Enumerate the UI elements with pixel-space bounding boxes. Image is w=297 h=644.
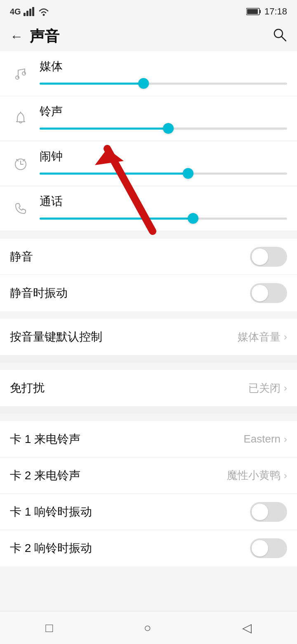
card2-vibrate-row: 卡 2 响铃时振动 (0, 530, 297, 566)
svg-rect-3 (32, 7, 34, 16)
mute-row: 静音 (0, 239, 297, 275)
call-slider-row: 通话 (0, 186, 297, 231)
media-track[interactable] (40, 78, 287, 88)
nav-triangle-button[interactable]: ◁ (242, 620, 252, 635)
ringtone-track[interactable] (40, 123, 287, 133)
ringtone-slider-content: 铃声 (40, 104, 287, 133)
media-label: 媒体 (40, 59, 287, 74)
call-label: 通话 (40, 194, 287, 209)
nav-bar: □ ○ ◁ (0, 611, 297, 644)
svg-rect-2 (29, 9, 31, 16)
volume-key-value: 媒体音量 (238, 330, 280, 344)
page-title: 声音 (30, 26, 59, 47)
volume-key-label: 按音量键默认控制 (10, 329, 102, 345)
card1-ringtone-label: 卡 1 来电铃声 (10, 431, 80, 447)
dnd-label: 免打扰 (10, 380, 45, 396)
wifi-icon (38, 7, 50, 16)
card-section: 卡 1 来电铃声 Eastern › 卡 2 来电铃声 魔性小黄鸭 › 卡 1 … (0, 421, 297, 566)
media-slider-content: 媒体 (40, 59, 287, 88)
card2-vibrate-toggle[interactable] (250, 538, 287, 558)
ringtone-slider-row: 铃声 (0, 96, 297, 141)
card1-vibrate-label: 卡 1 响铃时振动 (10, 504, 92, 520)
svg-rect-7 (247, 9, 258, 14)
dnd-row[interactable]: 免打扰 已关闭 › (0, 370, 297, 406)
nav-circle-button[interactable]: ○ (144, 621, 151, 635)
card1-ringtone-chevron: › (284, 433, 287, 445)
svg-rect-6 (259, 10, 261, 13)
card1-vibrate-toggle[interactable] (250, 502, 287, 522)
status-time: 17:18 (264, 6, 287, 17)
call-track[interactable] (40, 213, 287, 223)
music-icon (10, 66, 31, 81)
header: ← 声音 (0, 21, 297, 51)
card2-ringtone-row[interactable]: 卡 2 来电铃声 魔性小黄鸭 › (0, 457, 297, 494)
svg-line-9 (282, 37, 286, 41)
volume-key-chevron: › (284, 331, 287, 343)
back-button[interactable]: ← (10, 29, 23, 44)
card1-ringtone-row[interactable]: 卡 1 来电铃声 Eastern › (0, 421, 297, 457)
call-slider-content: 通话 (40, 194, 287, 223)
mute-section: 静音 静音时振动 (0, 239, 297, 311)
main-content: 媒体 铃声 (0, 51, 297, 599)
clock-icon (10, 156, 31, 171)
dnd-value: 已关闭 (248, 381, 280, 395)
volume-key-section: 按音量键默认控制 媒体音量 › (0, 319, 297, 355)
card2-vibrate-toggle-thumb (252, 540, 268, 556)
vibrate-mute-label: 静音时振动 (10, 285, 68, 301)
svg-rect-0 (24, 13, 26, 16)
phone-icon (10, 201, 31, 216)
alarm-label: 闹钟 (40, 149, 287, 164)
volume-key-right: 媒体音量 › (238, 330, 287, 344)
alarm-track[interactable] (40, 168, 287, 178)
dnd-chevron: › (284, 382, 287, 394)
svg-point-8 (274, 29, 283, 38)
status-left: 4G (10, 7, 50, 17)
vibrate-mute-toggle-thumb (252, 285, 268, 301)
signal-icon: 4G (10, 7, 21, 17)
svg-point-4 (42, 14, 45, 16)
status-right: 17:18 (246, 6, 287, 17)
nav-square-button[interactable]: □ (45, 621, 53, 635)
alarm-slider-content: 闹钟 (40, 149, 287, 178)
media-slider-row: 媒体 (0, 51, 297, 96)
alarm-slider-row: 闹钟 (0, 141, 297, 186)
sliders-section: 媒体 铃声 (0, 51, 297, 231)
header-left: ← 声音 (10, 26, 59, 47)
card1-ringtone-right: Eastern › (243, 433, 287, 445)
signal-bars-icon (24, 7, 35, 16)
card1-vibrate-row: 卡 1 响铃时振动 (0, 494, 297, 530)
battery-icon (246, 8, 261, 15)
card2-vibrate-label: 卡 2 响铃时振动 (10, 540, 92, 556)
vibrate-mute-row: 静音时振动 (0, 275, 297, 311)
card2-ringtone-value: 魔性小黄鸭 (227, 468, 280, 483)
vibrate-mute-toggle[interactable] (250, 283, 287, 303)
card2-ringtone-right: 魔性小黄鸭 › (227, 468, 287, 483)
card1-ringtone-value: Eastern (243, 433, 280, 445)
card2-ringtone-label: 卡 2 来电铃声 (10, 468, 80, 483)
mute-label: 静音 (10, 249, 33, 265)
svg-rect-1 (26, 11, 28, 16)
card1-vibrate-toggle-thumb (252, 504, 268, 520)
search-button[interactable] (272, 27, 287, 45)
bell-icon (10, 111, 31, 126)
mute-toggle-thumb (252, 249, 268, 265)
status-bar: 4G 17:18 (0, 0, 297, 21)
dnd-section: 免打扰 已关闭 › (0, 370, 297, 406)
dnd-right: 已关闭 › (248, 381, 287, 395)
mute-toggle[interactable] (250, 247, 287, 267)
card2-ringtone-chevron: › (284, 470, 287, 481)
volume-key-row[interactable]: 按音量键默认控制 媒体音量 › (0, 319, 297, 355)
ringtone-label: 铃声 (40, 104, 287, 119)
